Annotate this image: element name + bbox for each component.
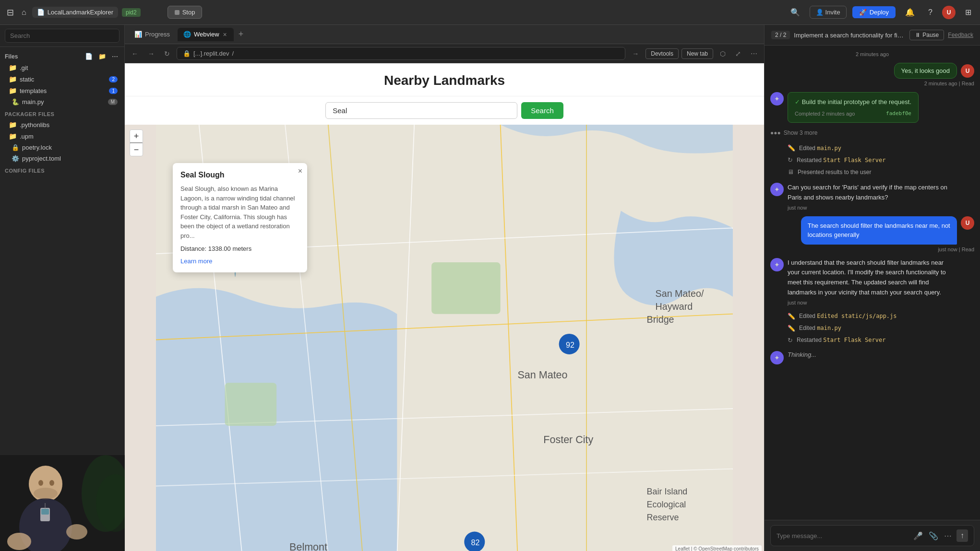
file-item-git[interactable]: 📁 .git	[2, 62, 122, 73]
new-folder-button[interactable]: 📁	[97, 53, 108, 60]
packager-section-header: Packager files	[0, 107, 124, 119]
task-counter: 2 / 2	[771, 31, 790, 39]
right-panel-header: 2 / 2 Implement a search functionality f…	[765, 25, 980, 46]
forward-button[interactable]: →	[145, 48, 157, 59]
lock-icon: 🔒	[183, 50, 191, 57]
file-item-templates[interactable]: 📁 templates 1	[2, 85, 122, 96]
folder-icon: 📁	[9, 75, 17, 83]
action-restarted-flask-1: ↻ Restarted Start Flask Server	[788, 155, 885, 165]
file-item-poetrylock[interactable]: 🔒 poetry.lock	[2, 142, 122, 153]
expand-button[interactable]: ⤢	[732, 48, 744, 59]
action-edited-appjs: ✏️ Edited Edited static/js/app.js	[788, 311, 897, 321]
file-badge: 2	[109, 76, 118, 82]
svg-text:San Mateo: San Mateo	[517, 369, 567, 381]
attach-button[interactable]: 📎	[928, 530, 939, 541]
svg-rect-25	[225, 383, 277, 426]
refresh-button[interactable]: ↻	[161, 48, 173, 59]
home-button[interactable]: ⌂	[20, 6, 28, 19]
new-tab-button[interactable]: New tab	[681, 48, 713, 59]
feedback-button[interactable]: Feedback	[948, 32, 973, 38]
sidebar-toggle-button[interactable]: ⊟	[5, 5, 16, 20]
invite-label: Invite	[825, 9, 840, 16]
zoom-in-button[interactable]: +	[130, 130, 143, 142]
restart-icon: ↻	[788, 156, 793, 164]
file-item-upm[interactable]: 📁 .upm	[2, 130, 122, 142]
ai-message-completed: ✦ ✓ Build the initial prototype of the r…	[770, 92, 919, 123]
svg-point-9	[66, 524, 87, 539]
browser-bar: ← → ↻ 🔒 [...].replit.dev / → Devtools Ne…	[125, 44, 764, 63]
tab-close-button[interactable]: ×	[222, 31, 228, 38]
url-bar[interactable]: 🔒 [...].replit.dev /	[177, 47, 625, 60]
top-bar-right: 🔍 👤 Invite 🚀 Deploy 🔔 ? U ⊞	[787, 6, 975, 19]
folder-icon: 📁	[9, 87, 17, 94]
action-presented: 🖥 Presented results to the user	[788, 167, 885, 177]
tab-webview[interactable]: 🌐 Webview ×	[178, 28, 234, 41]
zoom-out-button[interactable]: −	[130, 143, 143, 156]
bell-button[interactable]: 🔔	[901, 6, 919, 19]
svg-text:San Mateo/: San Mateo/	[656, 288, 704, 299]
invite-button[interactable]: 👤 Invite	[810, 6, 847, 19]
deploy-icon: 🚀	[859, 9, 867, 16]
tab-bar: 📊 Progress 🌐 Webview × +	[125, 25, 764, 44]
sidebar-search-container	[0, 25, 124, 47]
file-item-mainpy[interactable]: 🐍 main.py M	[2, 96, 122, 107]
folder-icon: 📁	[9, 64, 17, 71]
file-icon: 🐍	[12, 98, 19, 106]
file-name: poetry.lock	[22, 144, 52, 151]
back-button[interactable]: ←	[129, 48, 141, 59]
more-browser-button[interactable]: ⋯	[748, 48, 760, 59]
user-avatar-filter: U	[961, 216, 974, 230]
stop-icon	[175, 10, 179, 15]
svg-text:Bair Island: Bair Island	[647, 487, 688, 496]
user-avatar[interactable]: U	[942, 6, 956, 19]
popup-learn-more-link[interactable]: Learn more	[180, 258, 212, 265]
microphone-button[interactable]: 🎤	[912, 530, 924, 541]
file-item-static[interactable]: 📁 static 2	[2, 73, 122, 85]
sidebar-search-input[interactable]	[5, 29, 120, 43]
split-view-button[interactable]: ⬡	[717, 48, 729, 59]
completed-sub: Completed 2 minutes ago	[795, 110, 855, 118]
ai-avatar-thinking: ✦	[770, 351, 784, 364]
chat-area: 2 minutes ago Yes, it looks good U 2 min…	[765, 46, 980, 520]
map-title: Nearby Landmarks	[125, 73, 764, 88]
stop-label: Stop	[182, 9, 195, 16]
more-input-button[interactable]: ⋯	[943, 530, 953, 541]
send-button[interactable]: ↑	[956, 529, 968, 542]
pid-badge: pid2	[122, 8, 141, 17]
map-search-button[interactable]: Search	[521, 102, 563, 119]
more-options-button[interactable]: ⋯	[110, 53, 120, 60]
present-icon: 🖥	[788, 168, 794, 176]
top-bar: ⊟ ⌂ 📄 LocalLandmarkExplorer pid2 Stop 🔍 …	[0, 0, 980, 25]
paris-question-bubble: Can you search for 'Paris' and verify if…	[788, 183, 954, 203]
url-go-button[interactable]: →	[629, 48, 642, 59]
check-icon: ✓	[795, 98, 802, 106]
deploy-button[interactable]: 🚀 Deploy	[852, 6, 896, 18]
show-more-icon: ●●●	[770, 129, 781, 136]
devtools-button[interactable]: Devtools	[645, 48, 679, 59]
file-icon: ⚙️	[12, 155, 19, 162]
task-title: Implement a search functionality for fin…	[794, 32, 906, 39]
map-search-input[interactable]	[325, 102, 517, 119]
new-file-button[interactable]: 📄	[84, 53, 94, 60]
popup-close-button[interactable]: ×	[298, 167, 302, 176]
user-filter-bubble: The search should filter the landmarks n…	[801, 216, 957, 245]
popup-description: Seal Slough, also known as Marina Lagoon…	[180, 184, 299, 240]
pause-button[interactable]: ⏸ Pause	[909, 30, 944, 40]
stop-button[interactable]: Stop	[167, 6, 203, 19]
map-zoom-controls: + −	[130, 129, 143, 156]
file-item-pythonlibs[interactable]: 📁 .pythonlibs	[2, 119, 122, 130]
tab-progress[interactable]: 📊 Progress	[129, 28, 176, 41]
show-more-button[interactable]: ●●● Show 3 more	[770, 129, 974, 137]
search-icon-button[interactable]: 🔍	[787, 6, 804, 19]
file-name: static	[20, 76, 34, 83]
file-item-pyproject[interactable]: ⚙️ pyproject.toml	[2, 153, 122, 164]
svg-text:Ecological: Ecological	[647, 500, 686, 509]
chat-message-input[interactable]	[777, 532, 908, 539]
webview-icon: 🌐	[183, 31, 191, 38]
layout-toggle-button[interactable]: ⊞	[961, 6, 975, 19]
help-button[interactable]: ?	[924, 6, 936, 19]
ai-avatar-2: ✦	[770, 183, 784, 196]
home-icon: ⌂	[22, 8, 26, 16]
ai-actions-2: ✏️ Edited Edited static/js/app.js ✏️ Edi…	[770, 311, 897, 345]
tab-add-button[interactable]: +	[236, 28, 247, 40]
